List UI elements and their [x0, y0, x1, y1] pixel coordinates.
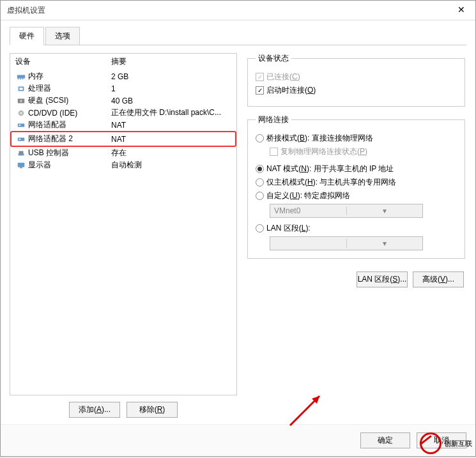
device-value: NAT [111, 135, 231, 144]
device-row-disk[interactable]: 硬盘 (SCSI)40 GB [10, 95, 236, 107]
svg-rect-16 [18, 162, 25, 167]
lan-row[interactable]: LAN 区段(L): [256, 223, 457, 234]
svg-rect-1 [18, 78, 19, 79]
nat-label: NAT 模式(N): 用于共享主机的 IP 地址 [266, 164, 394, 174]
replicate-row: 复制物理网络连接状态(P) [270, 146, 457, 157]
device-row-net[interactable]: 网络适配器NAT [10, 119, 236, 131]
tab-options[interactable]: 选项 [45, 27, 80, 45]
custom-radio[interactable] [256, 192, 264, 200]
svg-point-7 [20, 100, 22, 102]
svg-rect-13 [19, 139, 21, 140]
device-row-cd[interactable]: CD/DVD (IDE)正在使用文件 D:\install pack\C... [10, 107, 236, 119]
autostart-label: 启动时连接(O) [266, 85, 316, 96]
connected-row: 已连接(C) [256, 72, 457, 82]
chevron-down-icon: ▾ [346, 206, 423, 215]
lan-segments-button[interactable]: LAN 区段(S)... [357, 271, 408, 287]
brand-logo-icon [420, 432, 441, 454]
device-value: 正在使用文件 D:\install pack\C... [111, 107, 231, 118]
lan-combo: ▾ [270, 236, 423, 250]
device-label: 内存 [28, 71, 111, 82]
content: 设备 摘要 内存2 GB处理器1硬盘 (SCSI)40 GBCD/DVD (ID… [10, 45, 466, 424]
device-value: 自动检测 [111, 160, 231, 171]
lan-label: LAN 区段(L): [266, 223, 311, 234]
svg-rect-14 [19, 151, 24, 153]
bridged-row[interactable]: 桥接模式(B): 直接连接物理网络 [256, 133, 457, 144]
left-pane: 设备 摘要 内存2 GB处理器1硬盘 (SCSI)40 GBCD/DVD (ID… [10, 45, 237, 424]
device-row-cpu[interactable]: 处理器1 [10, 82, 236, 95]
right-pane: 设备状态 已连接(C) 启动时连接(O) 网络连接 桥接模式(B): 直接连接物 [246, 45, 466, 424]
disk-icon [15, 96, 27, 105]
device-row-mem[interactable]: 内存2 GB [10, 70, 236, 82]
tabs: 硬件 选项 [10, 27, 466, 45]
col-summary: 摘要 [111, 56, 231, 67]
svg-rect-11 [19, 125, 21, 126]
device-label: 网络适配器 2 [28, 134, 111, 144]
network-group: 网络连接 桥接模式(B): 直接连接物理网络 复制物理网络连接状态(P) NAT… [247, 114, 465, 259]
hostonly-row[interactable]: 仅主机模式(H): 与主机共享的专用网络 [256, 177, 457, 188]
right-buttons: LAN 区段(S)... 高级(V)... [246, 271, 466, 287]
cpu-icon [15, 84, 27, 93]
device-value: 2 GB [111, 72, 231, 81]
usb-icon [15, 149, 27, 158]
device-row-usb[interactable]: USB 控制器存在 [10, 147, 236, 159]
brand-watermark: 创新互联 [420, 432, 472, 454]
svg-rect-12 [18, 137, 25, 141]
device-label: 网络适配器 [28, 119, 111, 130]
replicate-checkbox [270, 148, 278, 156]
svg-rect-15 [19, 153, 24, 156]
replicate-label: 复制物理网络连接状态(P) [280, 146, 367, 157]
autostart-row: 启动时连接(O) [256, 85, 457, 96]
device-label: CD/DVD (IDE) [28, 109, 111, 118]
net-icon [15, 135, 27, 144]
device-label: USB 控制器 [28, 148, 111, 158]
device-value: 存在 [111, 148, 231, 158]
network-legend: 网络连接 [256, 114, 291, 125]
svg-point-9 [20, 112, 22, 114]
device-label: 处理器 [28, 83, 111, 94]
svg-rect-5 [19, 88, 22, 90]
custom-row[interactable]: 自定义(U): 特定虚拟网络 [256, 190, 457, 201]
titlebar: 虚拟机设置 ✕ [1, 1, 475, 20]
vmnet-value: VMnet0 [270, 206, 346, 215]
remove-button[interactable]: 移除(R) [127, 402, 178, 418]
svg-rect-3 [22, 78, 24, 79]
ok-button[interactable]: 确定 [360, 432, 410, 448]
body: 硬件 选项 设备 摘要 内存2 GB处理器1硬盘 (SCSI)40 GBCD/D… [1, 20, 475, 424]
lan-radio[interactable] [256, 224, 264, 233]
add-button[interactable]: 添加(A)... [69, 402, 120, 418]
device-value: NAT [111, 121, 231, 130]
close-icon[interactable]: ✕ [454, 4, 469, 16]
connected-label: 已连接(C) [266, 72, 300, 82]
nat-row[interactable]: NAT 模式(N): 用于共享主机的 IP 地址 [256, 164, 457, 174]
list-buttons: 添加(A)... 移除(R) [10, 402, 237, 418]
hostonly-radio[interactable] [256, 178, 264, 187]
bridged-radio[interactable] [256, 134, 264, 142]
display-icon [15, 161, 27, 170]
device-row-display[interactable]: 显示器自动检测 [10, 159, 236, 171]
svg-rect-0 [17, 75, 25, 78]
custom-label: 自定义(U): 特定虚拟网络 [266, 190, 350, 201]
device-list[interactable]: 设备 摘要 内存2 GB处理器1硬盘 (SCSI)40 GBCD/DVD (ID… [10, 53, 237, 395]
vm-settings-window: 虚拟机设置 ✕ 硬件 选项 设备 摘要 内存2 GB处理器1硬盘 (SCSI)4… [0, 0, 476, 457]
nat-radio[interactable] [256, 165, 264, 173]
mem-icon [15, 72, 27, 81]
device-label: 硬盘 (SCSI) [28, 95, 111, 106]
device-label: 显示器 [28, 160, 111, 171]
brand-text: 创新互联 [444, 439, 472, 448]
device-value: 1 [111, 84, 231, 93]
device-row-net-2[interactable]: 网络适配器 2NAT [10, 131, 236, 147]
net-icon [15, 121, 27, 130]
list-header: 设备 摘要 [10, 54, 236, 70]
bridged-label: 桥接模式(B): 直接连接物理网络 [266, 133, 373, 144]
col-device: 设备 [15, 56, 111, 67]
svg-rect-10 [18, 123, 25, 126]
tab-hardware[interactable]: 硬件 [10, 27, 44, 45]
advanced-button[interactable]: 高级(V)... [413, 271, 464, 287]
svg-rect-17 [20, 167, 22, 168]
chevron-down-icon: ▾ [346, 239, 423, 248]
vmnet-combo: VMnet0 ▾ [270, 204, 423, 218]
svg-rect-2 [20, 78, 21, 79]
autostart-checkbox[interactable] [256, 86, 264, 95]
window-title: 虚拟机设置 [7, 5, 45, 16]
device-status-group: 设备状态 已连接(C) 启动时连接(O) [247, 53, 465, 107]
